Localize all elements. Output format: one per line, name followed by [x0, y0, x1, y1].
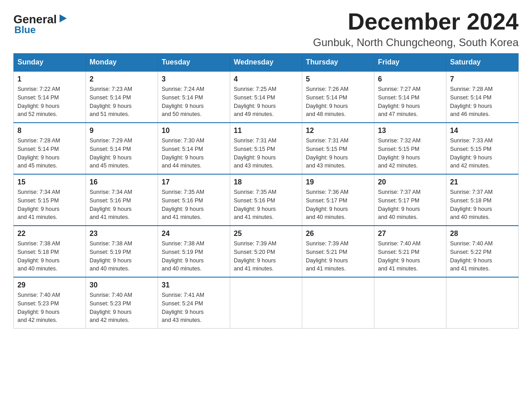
calendar-day-header: Saturday: [446, 54, 519, 72]
day-number: 11: [234, 127, 298, 135]
day-info: Sunrise: 7:31 AM Sunset: 5:15 PM Dayligh…: [306, 137, 370, 170]
calendar-day-header: Sunday: [14, 54, 86, 72]
day-number: 7: [450, 75, 515, 83]
calendar-cell: 16Sunrise: 7:34 AM Sunset: 5:16 PM Dayli…: [86, 174, 158, 226]
calendar-week-row: 1Sunrise: 7:22 AM Sunset: 5:14 PM Daylig…: [14, 71, 519, 123]
day-info: Sunrise: 7:34 AM Sunset: 5:15 PM Dayligh…: [17, 188, 82, 222]
calendar-cell: 19Sunrise: 7:36 AM Sunset: 5:17 PM Dayli…: [302, 174, 374, 226]
calendar-cell: [446, 277, 519, 329]
day-info: Sunrise: 7:29 AM Sunset: 5:14 PM Dayligh…: [90, 137, 154, 170]
calendar-cell: 29Sunrise: 7:40 AM Sunset: 5:23 PM Dayli…: [14, 277, 86, 329]
calendar-cell: 30Sunrise: 7:40 AM Sunset: 5:23 PM Dayli…: [86, 277, 158, 329]
calendar-week-row: 22Sunrise: 7:38 AM Sunset: 5:18 PM Dayli…: [14, 226, 519, 277]
day-info: Sunrise: 7:38 AM Sunset: 5:19 PM Dayligh…: [162, 240, 226, 273]
calendar-cell: 20Sunrise: 7:37 AM Sunset: 5:17 PM Dayli…: [374, 174, 446, 226]
calendar-cell: 12Sunrise: 7:31 AM Sunset: 5:15 PM Dayli…: [302, 123, 374, 174]
day-number: 10: [162, 127, 226, 135]
logo-general: General: [13, 13, 57, 25]
day-info: Sunrise: 7:34 AM Sunset: 5:16 PM Dayligh…: [90, 188, 154, 222]
day-info: Sunrise: 7:31 AM Sunset: 5:15 PM Dayligh…: [234, 137, 298, 170]
page-subtitle: Gunbuk, North Chungcheong, South Korea: [313, 36, 519, 49]
calendar-cell: 15Sunrise: 7:34 AM Sunset: 5:15 PM Dayli…: [14, 174, 86, 226]
calendar-cell: 18Sunrise: 7:35 AM Sunset: 5:16 PM Dayli…: [230, 174, 302, 226]
calendar-cell: 22Sunrise: 7:38 AM Sunset: 5:18 PM Dayli…: [14, 226, 86, 277]
day-number: 4: [234, 75, 298, 83]
day-info: Sunrise: 7:39 AM Sunset: 5:21 PM Dayligh…: [306, 240, 370, 273]
day-number: 1: [17, 75, 82, 83]
calendar-cell: 7Sunrise: 7:28 AM Sunset: 5:14 PM Daylig…: [446, 71, 519, 123]
day-info: Sunrise: 7:40 AM Sunset: 5:22 PM Dayligh…: [450, 240, 515, 273]
day-number: 16: [90, 178, 154, 186]
calendar-table: SundayMondayTuesdayWednesdayThursdayFrid…: [13, 53, 519, 329]
day-number: 30: [90, 281, 154, 289]
calendar-cell: 28Sunrise: 7:40 AM Sunset: 5:22 PM Dayli…: [446, 226, 519, 277]
day-number: 9: [90, 127, 154, 135]
calendar-cell: 5Sunrise: 7:26 AM Sunset: 5:14 PM Daylig…: [302, 71, 374, 123]
day-info: Sunrise: 7:35 AM Sunset: 5:16 PM Dayligh…: [162, 188, 226, 222]
day-info: Sunrise: 7:33 AM Sunset: 5:15 PM Dayligh…: [450, 137, 515, 170]
calendar-cell: 31Sunrise: 7:41 AM Sunset: 5:24 PM Dayli…: [158, 277, 230, 329]
calendar-cell: 21Sunrise: 7:37 AM Sunset: 5:18 PM Dayli…: [446, 174, 519, 226]
calendar-cell: 26Sunrise: 7:39 AM Sunset: 5:21 PM Dayli…: [302, 226, 374, 277]
day-info: Sunrise: 7:41 AM Sunset: 5:24 PM Dayligh…: [162, 291, 226, 325]
page-header: General Blue December 2024 Gunbuk, North…: [13, 9, 519, 49]
day-number: 8: [17, 127, 82, 135]
calendar-cell: [230, 277, 302, 329]
calendar-week-row: 29Sunrise: 7:40 AM Sunset: 5:23 PM Dayli…: [14, 277, 519, 329]
calendar-cell: [302, 277, 374, 329]
day-number: 2: [90, 75, 154, 83]
calendar-cell: 17Sunrise: 7:35 AM Sunset: 5:16 PM Dayli…: [158, 174, 230, 226]
calendar-cell: 3Sunrise: 7:24 AM Sunset: 5:14 PM Daylig…: [158, 71, 230, 123]
day-info: Sunrise: 7:28 AM Sunset: 5:14 PM Dayligh…: [450, 85, 515, 119]
day-number: 29: [17, 281, 82, 289]
calendar-day-header: Thursday: [302, 54, 374, 72]
day-number: 19: [306, 178, 370, 186]
day-info: Sunrise: 7:23 AM Sunset: 5:14 PM Dayligh…: [90, 85, 154, 119]
day-info: Sunrise: 7:26 AM Sunset: 5:14 PM Dayligh…: [306, 85, 370, 119]
day-info: Sunrise: 7:37 AM Sunset: 5:17 PM Dayligh…: [378, 188, 442, 222]
calendar-cell: 2Sunrise: 7:23 AM Sunset: 5:14 PM Daylig…: [86, 71, 158, 123]
calendar-cell: 14Sunrise: 7:33 AM Sunset: 5:15 PM Dayli…: [446, 123, 519, 174]
calendar-cell: 23Sunrise: 7:38 AM Sunset: 5:19 PM Dayli…: [86, 226, 158, 277]
calendar-cell: 1Sunrise: 7:22 AM Sunset: 5:14 PM Daylig…: [14, 71, 86, 123]
calendar-day-header: Tuesday: [158, 54, 230, 72]
day-number: 21: [450, 178, 515, 186]
day-info: Sunrise: 7:35 AM Sunset: 5:16 PM Dayligh…: [234, 188, 298, 222]
day-info: Sunrise: 7:40 AM Sunset: 5:23 PM Dayligh…: [90, 291, 154, 325]
day-info: Sunrise: 7:39 AM Sunset: 5:20 PM Dayligh…: [234, 240, 298, 273]
day-info: Sunrise: 7:28 AM Sunset: 5:14 PM Dayligh…: [17, 137, 82, 170]
day-number: 15: [17, 178, 82, 186]
calendar-cell: 6Sunrise: 7:27 AM Sunset: 5:14 PM Daylig…: [374, 71, 446, 123]
day-number: 24: [162, 230, 226, 238]
calendar-cell: 8Sunrise: 7:28 AM Sunset: 5:14 PM Daylig…: [14, 123, 86, 174]
logo-arrow-icon: [58, 13, 68, 23]
calendar-cell: 9Sunrise: 7:29 AM Sunset: 5:14 PM Daylig…: [86, 123, 158, 174]
day-info: Sunrise: 7:36 AM Sunset: 5:17 PM Dayligh…: [306, 188, 370, 222]
day-number: 25: [234, 230, 298, 238]
day-info: Sunrise: 7:38 AM Sunset: 5:19 PM Dayligh…: [90, 240, 154, 273]
day-number: 27: [378, 230, 442, 238]
calendar-header-row: SundayMondayTuesdayWednesdayThursdayFrid…: [14, 54, 519, 72]
day-number: 3: [162, 75, 226, 83]
day-number: 6: [378, 75, 442, 83]
day-number: 20: [378, 178, 442, 186]
calendar-cell: 13Sunrise: 7:32 AM Sunset: 5:15 PM Dayli…: [374, 123, 446, 174]
page-title: December 2024: [313, 9, 519, 34]
day-info: Sunrise: 7:38 AM Sunset: 5:18 PM Dayligh…: [17, 240, 82, 273]
day-number: 28: [450, 230, 515, 238]
logo: General Blue: [13, 13, 68, 36]
calendar-week-row: 15Sunrise: 7:34 AM Sunset: 5:15 PM Dayli…: [14, 174, 519, 226]
day-number: 22: [17, 230, 82, 238]
day-number: 17: [162, 178, 226, 186]
calendar-day-header: Friday: [374, 54, 446, 72]
day-number: 5: [306, 75, 370, 83]
calendar-day-header: Monday: [86, 54, 158, 72]
calendar-cell: 25Sunrise: 7:39 AM Sunset: 5:20 PM Dayli…: [230, 226, 302, 277]
title-block: December 2024 Gunbuk, North Chungcheong,…: [313, 9, 519, 49]
day-number: 23: [90, 230, 154, 238]
day-info: Sunrise: 7:32 AM Sunset: 5:15 PM Dayligh…: [378, 137, 442, 170]
day-info: Sunrise: 7:22 AM Sunset: 5:14 PM Dayligh…: [17, 85, 82, 119]
calendar-cell: [374, 277, 446, 329]
day-number: 18: [234, 178, 298, 186]
day-info: Sunrise: 7:40 AM Sunset: 5:21 PM Dayligh…: [378, 240, 442, 273]
